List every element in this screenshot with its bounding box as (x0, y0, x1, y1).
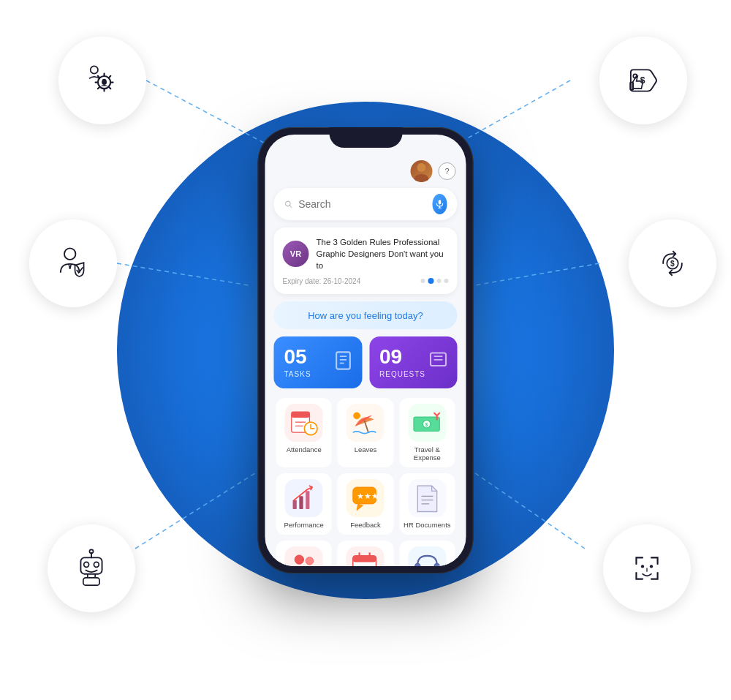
dot-4 (444, 279, 449, 283)
dot-2 (428, 278, 434, 284)
schedule-item[interactable]: Schedule (338, 541, 393, 566)
svg-point-53 (354, 413, 360, 419)
team-icon (285, 546, 323, 566)
user-avatar (411, 160, 433, 182)
svg-rect-59 (299, 496, 303, 509)
svg-line-8 (109, 76, 110, 78)
svg-rect-79 (434, 563, 439, 565)
svg-rect-58 (293, 500, 297, 508)
svg-point-11 (91, 66, 98, 73)
svg-text:★★★: ★★★ (357, 492, 379, 500)
feedback-item[interactable]: ★★★ Feedback (338, 473, 393, 535)
search-icon (284, 198, 293, 210)
expiry-date: Expiry date: 26-10-2024 (283, 277, 361, 285)
svg-point-19 (89, 549, 93, 553)
schedule-icon (346, 546, 385, 566)
leaves-label: Leaves (355, 445, 377, 454)
attendance-icon (285, 404, 323, 442)
svg-rect-38 (439, 200, 442, 204)
svg-line-37 (289, 205, 291, 206)
svg-point-22 (94, 562, 99, 567)
svg-line-7 (109, 87, 110, 89)
orbit-circle-bot-right (603, 524, 691, 612)
orbit-circle-bot-left (48, 524, 135, 612)
travel-expense-label: Travel & Expense (402, 445, 452, 462)
svg-rect-60 (306, 491, 309, 509)
orbit-circle-mid-left (29, 219, 117, 307)
phone-frame: ? (258, 127, 474, 573)
money-cycle-icon: $ (651, 241, 694, 285)
face-scan-icon (625, 546, 669, 590)
svg-text:$: $ (670, 260, 675, 268)
feedback-label: Feedback (350, 521, 381, 529)
phone-screen: ? (265, 135, 466, 566)
mood-bar[interactable]: How are you feeling today? (274, 301, 458, 329)
search-input[interactable] (298, 198, 426, 210)
banner-title: The 3 Golden Rules Professional Graphic … (317, 236, 449, 271)
svg-point-10 (102, 79, 107, 83)
performance-icon (285, 479, 323, 517)
dot-1 (421, 279, 425, 283)
svg-point-34 (417, 163, 426, 172)
performance-label: Performance (284, 521, 323, 529)
hr-documents-item[interactable]: HR Documents (399, 473, 455, 535)
performance-item[interactable]: Performance (276, 473, 332, 535)
support-item[interactable]: Support (399, 541, 455, 566)
orbit-circle-mid-right: $ (629, 219, 716, 307)
svg-line-54 (365, 421, 368, 432)
svg-point-15 (64, 248, 75, 259)
help-button[interactable]: ? (439, 162, 456, 180)
orbit-circle-top-right: $ (599, 37, 687, 124)
svg-rect-14 (630, 83, 633, 90)
leaves-icon (346, 404, 385, 442)
dot-3 (437, 279, 442, 283)
tasks-icon (333, 350, 353, 374)
svg-rect-25 (83, 578, 99, 585)
svg-point-21 (84, 562, 89, 567)
search-bar[interactable] (274, 188, 458, 220)
svg-line-9 (98, 87, 99, 89)
hr-documents-icon (408, 479, 446, 517)
requests-icon (428, 350, 449, 374)
orbit-circle-top-left (58, 37, 146, 124)
carousel-dots (421, 278, 449, 284)
money-tag-icon: $ (621, 59, 665, 102)
travel-expense-item[interactable]: $ Travel & Expense (399, 398, 455, 467)
team-item[interactable]: Team (276, 541, 332, 566)
mood-text: How are you feeling today? (308, 310, 423, 321)
stats-row: 05 TASKS 09 REQUESTS (274, 336, 458, 388)
tasks-card[interactable]: 05 TASKS (274, 336, 363, 388)
requests-card[interactable]: 09 REQUESTS (369, 336, 458, 388)
person-gear-icon (80, 59, 124, 102)
svg-point-67 (306, 557, 314, 565)
person-shield-icon (51, 241, 95, 285)
travel-expense-icon: $ (408, 404, 446, 442)
svg-rect-49 (292, 412, 310, 418)
attendance-item[interactable]: Attendance (276, 398, 332, 467)
svg-point-66 (295, 555, 303, 564)
svg-rect-69 (353, 556, 376, 562)
svg-point-26 (641, 565, 644, 568)
attendance-label: Attendance (287, 445, 322, 454)
app-grid: Attendance (274, 396, 458, 566)
phone-notch (329, 127, 402, 148)
banner-card: VR The 3 Golden Rules Professional Graph… (274, 227, 458, 294)
banner-avatar: VR (283, 241, 309, 267)
robot-icon (69, 546, 113, 590)
support-icon (408, 546, 446, 566)
svg-point-35 (414, 174, 429, 182)
leaves-item[interactable]: Leaves (338, 398, 393, 467)
phone-wrapper: ? (258, 127, 474, 573)
svg-point-27 (650, 565, 653, 568)
hr-documents-label: HR Documents (404, 521, 450, 529)
feedback-icon: ★★★ (346, 479, 385, 517)
mic-button[interactable] (432, 194, 447, 214)
svg-rect-41 (336, 353, 350, 369)
svg-rect-78 (415, 563, 420, 565)
svg-text:$: $ (425, 422, 428, 428)
